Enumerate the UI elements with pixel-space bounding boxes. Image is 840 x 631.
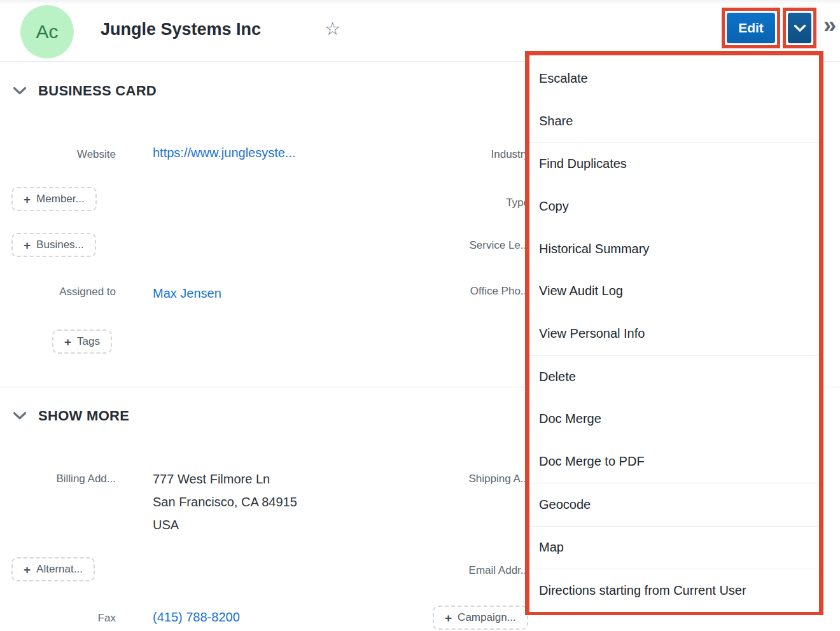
add-member-of-label: Member... <box>36 193 85 205</box>
menu-item-historical-summary[interactable]: Historical Summary <box>529 228 819 270</box>
add-tags-button[interactable]: + Tags <box>52 329 112 354</box>
add-alternate-address-button[interactable]: + Alternat... <box>11 557 95 581</box>
billing-address-line: San Francisco, CA 84915 <box>153 490 297 513</box>
assigned-to-label: Assigned to <box>0 286 116 298</box>
edit-annotation-box: Edit <box>722 8 780 48</box>
billing-address-label: Billing Add... <box>0 473 116 485</box>
add-business-center-button[interactable]: + Busines... <box>11 233 96 257</box>
actions-dropdown-menu: Escalate Share Find Duplicates Copy Hist… <box>525 51 823 615</box>
avatar-initials: Ac <box>36 21 58 43</box>
business-card-collapse-chevron-icon[interactable] <box>13 87 27 95</box>
menu-item-view-audit-log[interactable]: View Audit Log <box>529 270 819 312</box>
plus-icon: + <box>445 612 452 624</box>
menu-item-directions[interactable]: Directions starting from Current User <box>529 569 819 612</box>
email-address-label: Email Addr... <box>356 564 529 577</box>
edit-button[interactable]: Edit <box>727 13 775 43</box>
add-member-of-button[interactable]: + Member... <box>11 187 97 211</box>
industry-label: Industry <box>356 148 529 161</box>
menu-item-view-personal-info[interactable]: View Personal Info <box>529 312 819 355</box>
billing-address-line: USA <box>153 513 297 536</box>
menu-item-doc-merge-to-pdf[interactable]: Doc Merge to PDF <box>529 440 819 483</box>
double-chevron-right-icon[interactable]: » <box>823 14 836 37</box>
website-link[interactable]: https://www.junglesyste... <box>153 146 296 160</box>
type-label: Type <box>356 197 529 209</box>
plus-icon: + <box>24 193 31 205</box>
plus-icon: + <box>24 239 31 251</box>
menu-item-delete[interactable]: Delete <box>529 356 819 398</box>
actions-annotation-box <box>783 8 816 48</box>
website-label: Website <box>0 148 116 161</box>
menu-item-find-duplicates[interactable]: Find Duplicates <box>529 142 819 185</box>
menu-item-escalate[interactable]: Escalate <box>529 57 819 100</box>
office-phone-label: Office Pho... <box>356 285 529 298</box>
billing-address-value: 777 West Filmore Ln San Francisco, CA 84… <box>153 468 297 536</box>
show-more-heading: SHOW MORE <box>38 408 129 424</box>
plus-icon: + <box>24 564 31 576</box>
actions-dropdown-toggle[interactable] <box>788 13 811 43</box>
menu-item-geocode[interactable]: Geocode <box>529 483 819 526</box>
page-top-edge <box>0 0 840 4</box>
show-more-collapse-chevron-icon[interactable] <box>13 412 27 420</box>
plus-icon: + <box>64 336 71 348</box>
fax-link[interactable]: (415) 788-8200 <box>153 610 240 625</box>
fax-label: Fax <box>0 612 116 625</box>
assigned-to-link[interactable]: Max Jensen <box>153 286 221 301</box>
menu-item-share[interactable]: Share <box>529 100 819 142</box>
add-business-center-label: Busines... <box>36 239 84 251</box>
business-card-heading: BUSINESS CARD <box>38 83 157 99</box>
add-alternate-address-label: Alternat... <box>36 563 83 576</box>
chevron-down-icon <box>794 24 806 32</box>
shipping-address-label: Shipping A... <box>356 473 529 485</box>
menu-item-copy[interactable]: Copy <box>529 185 819 228</box>
billing-address-line: 777 West Filmore Ln <box>153 468 297 490</box>
add-tags-label: Tags <box>77 335 100 348</box>
menu-item-doc-merge[interactable]: Doc Merge <box>529 398 819 441</box>
avatar: Ac <box>20 5 74 59</box>
menu-item-map[interactable]: Map <box>529 527 819 569</box>
service-level-label: Service Le... <box>356 239 529 252</box>
add-campaign-label: Campaign... <box>458 611 516 624</box>
favorite-star-icon[interactable]: ☆ <box>323 19 342 39</box>
page-title: Jungle Systems Inc <box>101 20 261 39</box>
add-campaign-button[interactable]: + Campaign... <box>433 606 528 630</box>
